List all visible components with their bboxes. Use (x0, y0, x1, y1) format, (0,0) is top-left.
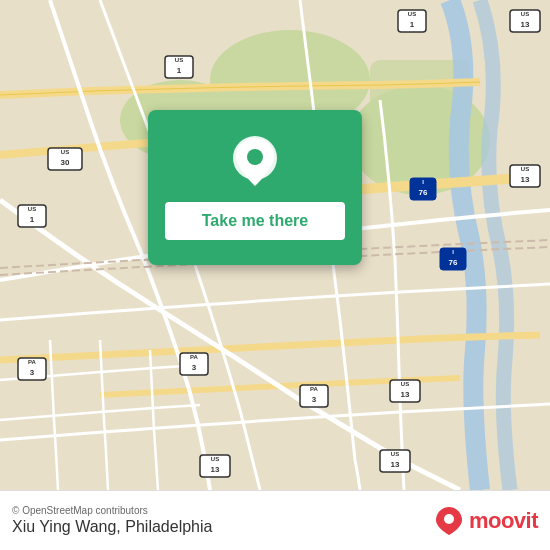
svg-text:13: 13 (211, 465, 220, 474)
svg-text:PA: PA (28, 359, 37, 365)
location-pin-icon (231, 136, 279, 192)
svg-text:3: 3 (192, 363, 197, 372)
svg-text:PA: PA (190, 354, 199, 360)
moovit-text: moovit (469, 508, 538, 534)
svg-text:1: 1 (410, 20, 415, 29)
svg-text:13: 13 (391, 460, 400, 469)
svg-text:1: 1 (177, 66, 182, 75)
overlay-card: Take me there (148, 110, 362, 265)
svg-text:1: 1 (30, 215, 35, 224)
svg-text:13: 13 (521, 175, 530, 184)
svg-text:13: 13 (521, 20, 530, 29)
map-container: US 1 US 1 US 13 US 30 US 30 US 1 I 76 I … (0, 0, 550, 490)
take-me-there-button[interactable]: Take me there (165, 202, 345, 240)
svg-text:3: 3 (30, 368, 35, 377)
svg-text:PA: PA (310, 386, 319, 392)
svg-text:3: 3 (312, 395, 317, 404)
svg-text:76: 76 (449, 258, 458, 267)
location-name: Xiu Ying Wang, Philadelphia (12, 518, 212, 536)
moovit-icon (433, 505, 465, 537)
svg-text:30: 30 (61, 158, 70, 167)
svg-text:76: 76 (419, 188, 428, 197)
svg-text:13: 13 (401, 390, 410, 399)
bottom-left-info: © OpenStreetMap contributors Xiu Ying Wa… (12, 505, 212, 536)
svg-text:US: US (521, 166, 529, 172)
svg-text:US: US (401, 381, 409, 387)
svg-text:US: US (521, 11, 529, 17)
svg-text:US: US (175, 57, 183, 63)
svg-point-54 (247, 149, 263, 165)
svg-text:US: US (28, 206, 36, 212)
svg-text:US: US (211, 456, 219, 462)
moovit-logo: moovit (433, 505, 538, 537)
svg-text:US: US (61, 149, 69, 155)
osm-credit: © OpenStreetMap contributors (12, 505, 212, 516)
bottom-bar: © OpenStreetMap contributors Xiu Ying Wa… (0, 490, 550, 550)
svg-text:US: US (408, 11, 416, 17)
svg-text:US: US (391, 451, 399, 457)
svg-point-55 (444, 514, 454, 524)
